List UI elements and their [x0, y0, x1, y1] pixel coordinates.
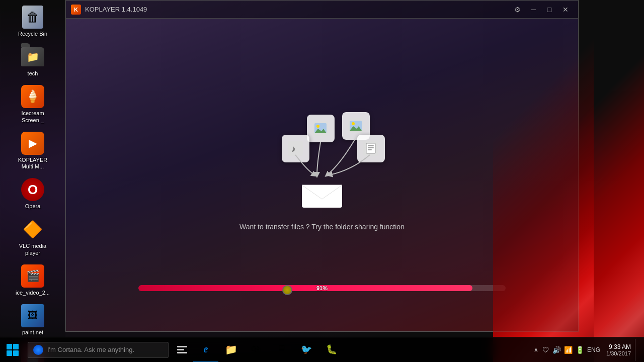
battery-tray-icon[interactable]: 🔋 — [576, 346, 584, 354]
icecream-screen-icon[interactable]: 🍦 Icecream Screen _ — [10, 82, 55, 126]
svg-point-2 — [316, 125, 319, 128]
task-view-button[interactable] — [171, 337, 193, 363]
vlc-icon[interactable]: 🔶 VLC media player — [10, 215, 55, 258]
taskbar-app2[interactable]: 🐛 — [319, 337, 344, 363]
progress-label: 91% — [316, 285, 328, 291]
window-content: ♪ — [66, 19, 578, 331]
transfer-text: Want to transfer files ? Try the folder … — [239, 223, 405, 231]
tech-folder-icon[interactable]: 📁 tech — [10, 42, 55, 79]
window-controls: ⚙ ─ □ ✕ — [510, 3, 573, 17]
svg-rect-13 — [368, 147, 374, 148]
koplayer-window: K KOPLAYER 1.4.1049 ⚙ ─ □ ✕ — [65, 0, 579, 332]
window-title: KOPLAYER 1.4.1049 — [85, 6, 510, 13]
ice-video-icon[interactable]: 🎬 ice_video_2... — [10, 261, 55, 299]
koplayer-multi-icon[interactable]: ▶ KOPLAYER Multi M... — [10, 129, 55, 172]
cortana-search[interactable]: I'm Cortana. Ask me anything. — [28, 342, 169, 358]
taskbar-edge[interactable]: e — [193, 337, 218, 363]
inbox-tray — [299, 170, 345, 210]
document-file-icon — [357, 135, 385, 162]
svg-rect-14 — [368, 149, 372, 150]
photo-file-icon — [307, 115, 335, 142]
antivirus-tray-icon[interactable]: 🛡 — [542, 346, 549, 354]
clock-time: 9:33 AM — [609, 343, 631, 350]
progress-container: 91% — [138, 285, 506, 291]
progress-bar-background: 91% — [138, 285, 506, 291]
opera-icon[interactable]: O Opera — [10, 175, 55, 212]
clock-date: 1/30/2017 — [606, 350, 631, 356]
taskbar-store[interactable]: 🛍 — [244, 337, 269, 363]
desktop-icons-panel: 🗑 Recycle Bin 📁 tech 🍦 Icecream Screen _… — [0, 0, 65, 337]
window-close-button[interactable]: ✕ — [558, 3, 573, 17]
window-maximize-button[interactable]: □ — [542, 3, 557, 17]
music-file-icon: ♪ — [282, 135, 309, 162]
tray-icons: 🛡 🔊 📶 🔋 ENG — [542, 346, 600, 354]
desktop: 🗑 Recycle Bin 📁 tech 🍦 Icecream Screen _… — [0, 0, 644, 362]
taskbar-explorer[interactable]: 📁 — [218, 337, 244, 363]
taskbar: I'm Cortana. Ask me anything. e 📁 🛍 🖥 — [0, 337, 644, 362]
file-transfer-illustration: ♪ — [239, 110, 405, 231]
cortana-icon — [33, 345, 43, 355]
windows-logo-icon — [7, 344, 19, 356]
svg-text:♪: ♪ — [291, 144, 296, 154]
notification-expand[interactable]: ∧ — [532, 344, 540, 355]
svg-rect-12 — [368, 145, 374, 146]
network-tray-icon[interactable]: 📶 — [564, 346, 573, 354]
koplayer-app-icon: K — [71, 5, 81, 15]
taskbar-network[interactable]: 🖥 — [269, 337, 294, 363]
window-minimize-button[interactable]: ─ — [526, 3, 541, 17]
recycle-bin-icon[interactable]: 🗑 Recycle Bin — [10, 3, 55, 40]
audio-tray-icon[interactable]: 🔊 — [552, 346, 561, 354]
system-clock[interactable]: 9:33 AM 1/30/2017 — [606, 343, 631, 356]
system-tray: ∧ 🛡 🔊 📶 🔋 ENG 9:33 AM 1/30/2017 — [527, 339, 644, 361]
title-bar: K KOPLAYER 1.4.1049 ⚙ ─ □ ✕ — [66, 1, 578, 19]
window-settings-button[interactable]: ⚙ — [510, 3, 525, 17]
cortana-placeholder: I'm Cortana. Ask me anything. — [47, 346, 134, 353]
taskbar-app1[interactable]: 🐦 — [294, 337, 319, 363]
language-tray-icon[interactable]: ENG — [587, 346, 600, 353]
taskbar-apps: e 📁 🛍 🖥 🐦 🐛 — [193, 337, 527, 362]
file-icons-group: ♪ — [257, 110, 387, 210]
svg-point-6 — [352, 122, 355, 125]
start-button[interactable] — [0, 337, 25, 363]
paintnet-icon[interactable]: 🖼 paint.net — [10, 301, 55, 338]
task-view-icon — [177, 346, 187, 354]
progress-bar-fill — [138, 285, 472, 291]
show-desktop-button[interactable] — [635, 339, 639, 361]
